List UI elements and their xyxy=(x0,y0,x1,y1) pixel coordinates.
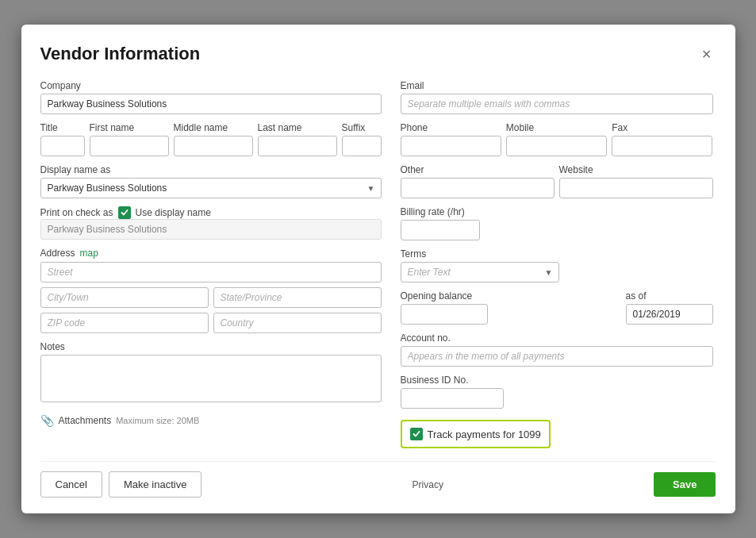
opening-balance-field-group: Opening balance xyxy=(401,290,616,325)
billing-rate-field-group: Billing rate (/hr) xyxy=(401,206,713,240)
display-name-select[interactable]: Parkway Business Solutions xyxy=(40,178,382,198)
suffix-label: Suffix xyxy=(342,122,382,133)
print-on-check-value: Parkway Business Solutions xyxy=(40,219,382,240)
display-name-field-group: Display name as Parkway Business Solutio… xyxy=(40,164,382,198)
modal-body: Company Title First name Middle name xyxy=(40,80,716,448)
cancel-button[interactable]: Cancel xyxy=(40,471,102,498)
last-name-input[interactable] xyxy=(258,136,337,156)
as-of-label: as of xyxy=(626,290,713,302)
fax-label: Fax xyxy=(612,122,712,133)
title-label: Title xyxy=(40,122,85,133)
country-field xyxy=(213,313,382,333)
terms-label: Terms xyxy=(401,248,713,259)
vendor-information-modal: Vendor Information × Company Title xyxy=(21,25,735,513)
close-button[interactable]: × xyxy=(697,44,716,63)
country-input[interactable] xyxy=(213,313,382,333)
email-label: Email xyxy=(401,80,713,91)
other-website-row: Other Website xyxy=(401,164,713,198)
privacy-link[interactable]: Privacy xyxy=(413,479,443,490)
phone-row: Phone Mobile Fax xyxy=(401,122,713,156)
first-name-field-group: First name xyxy=(90,122,169,156)
print-on-check-row: Print on check as Use display name xyxy=(40,206,382,219)
website-field-group: Website xyxy=(559,164,713,198)
map-link[interactable]: map xyxy=(80,248,98,259)
modal-footer: Cancel Make inactive Privacy Save xyxy=(40,461,716,498)
street-input[interactable] xyxy=(40,262,382,282)
track-payments-label: Track payments for 1099 xyxy=(428,428,541,440)
modal-overlay: Vendor Information × Company Title xyxy=(0,0,756,538)
opening-balance-row: Opening balance as of xyxy=(401,290,713,325)
track-payments-row: Track payments for 1099 xyxy=(401,420,551,448)
track-payments-checkbox[interactable] xyxy=(410,428,423,440)
other-label: Other xyxy=(401,164,555,175)
as-of-input[interactable] xyxy=(626,304,713,325)
city-input[interactable] xyxy=(40,287,209,308)
other-field-group: Other xyxy=(401,164,555,198)
attachments-label[interactable]: Attachments xyxy=(59,415,112,426)
business-id-label: Business ID No. xyxy=(401,375,713,386)
modal-title: Vendor Information xyxy=(40,44,201,64)
attachments-row: 📎 Attachments Maximum size: 20MB xyxy=(40,414,382,427)
print-on-check-section: Print on check as Use display name Parkw… xyxy=(40,206,382,240)
company-label: Company xyxy=(40,80,382,91)
name-row: Title First name Middle name Last name xyxy=(40,122,382,156)
website-label: Website xyxy=(559,164,713,175)
first-name-input[interactable] xyxy=(90,136,169,156)
mobile-label: Mobile xyxy=(506,122,607,133)
account-no-field-group: Account no. xyxy=(401,332,713,367)
phone-field-group: Phone xyxy=(401,122,501,156)
email-field-group: Email xyxy=(401,80,713,114)
attachment-icon: 📎 xyxy=(40,414,54,427)
email-input[interactable] xyxy=(401,94,713,114)
print-on-check-label: Print on check as xyxy=(40,207,113,218)
make-inactive-button[interactable]: Make inactive xyxy=(109,471,201,498)
website-input[interactable] xyxy=(559,178,713,198)
other-input[interactable] xyxy=(401,178,555,198)
title-field-group: Title xyxy=(40,122,85,156)
right-column: Email Phone Mobile Fax xyxy=(401,80,716,448)
footer-left-buttons: Cancel Make inactive xyxy=(40,471,202,498)
last-name-label: Last name xyxy=(258,122,337,133)
phone-label: Phone xyxy=(401,122,501,133)
business-id-input[interactable] xyxy=(401,388,504,409)
display-name-select-wrapper: Parkway Business Solutions ▼ xyxy=(40,178,382,198)
company-input[interactable] xyxy=(40,94,382,114)
notes-label: Notes xyxy=(40,341,382,352)
middle-name-input[interactable] xyxy=(174,136,253,156)
state-field xyxy=(213,287,382,308)
terms-select[interactable]: Enter Text xyxy=(401,262,559,282)
suffix-field-group: Suffix xyxy=(342,122,382,156)
mobile-field-group: Mobile xyxy=(506,122,607,156)
last-name-field-group: Last name xyxy=(258,122,337,156)
zip-input[interactable] xyxy=(40,313,209,333)
address-label-row: Address map xyxy=(40,248,382,259)
notes-textarea[interactable] xyxy=(40,355,382,402)
fax-input[interactable] xyxy=(612,136,712,156)
address-label: Address xyxy=(40,248,75,259)
left-column: Company Title First name Middle name xyxy=(40,80,382,448)
billing-rate-label: Billing rate (/hr) xyxy=(401,206,713,217)
company-field-group: Company xyxy=(40,80,382,114)
first-name-label: First name xyxy=(90,122,169,133)
address-section: Address map xyxy=(40,248,382,333)
phone-input[interactable] xyxy=(401,136,501,156)
city-state-row xyxy=(40,287,382,308)
use-display-name-checkbox[interactable] xyxy=(118,206,131,219)
opening-balance-label: Opening balance xyxy=(401,290,616,302)
zip-country-row xyxy=(40,313,382,333)
fax-field-group: Fax xyxy=(612,122,712,156)
city-field xyxy=(40,287,209,308)
mobile-input[interactable] xyxy=(506,136,607,156)
account-no-label: Account no. xyxy=(401,332,713,344)
account-no-input[interactable] xyxy=(401,346,713,367)
business-id-field-group: Business ID No. xyxy=(401,375,713,409)
save-button[interactable]: Save xyxy=(654,472,716,497)
title-input[interactable] xyxy=(40,136,85,156)
modal-header: Vendor Information × xyxy=(40,44,716,64)
terms-field-group: Terms Enter Text ▼ xyxy=(401,248,713,282)
opening-balance-input[interactable] xyxy=(401,304,488,325)
billing-rate-input[interactable] xyxy=(401,220,480,240)
state-input[interactable] xyxy=(213,287,382,308)
suffix-input[interactable] xyxy=(342,136,382,156)
use-display-name-label: Use display name xyxy=(136,207,211,218)
